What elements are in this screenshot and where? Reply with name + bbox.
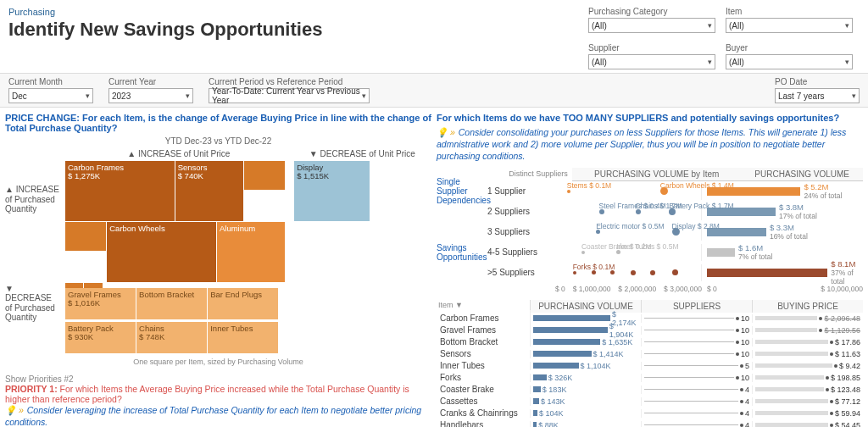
- filter-supplier[interactable]: (All): [588, 54, 715, 69]
- right-tip: Consider consolidating your purchases on…: [437, 127, 846, 161]
- tree-caption: One square per Item, sized by Purchasing…: [5, 358, 431, 366]
- bulb-icon: 💡 »: [437, 127, 455, 137]
- quad-inc-inc[interactable]: Carbon Frames$ 1,275K Sensors$ 740K Carb…: [64, 160, 293, 287]
- table-row[interactable]: $ 88K 4 $ 54.45: [530, 419, 863, 427]
- hdr-distinct-suppliers: Distinct Suppliers: [504, 168, 572, 181]
- quad-inc-dec[interactable]: Display$ 1,515K: [293, 160, 431, 287]
- filter-category-label: Purchasing Category: [588, 7, 715, 16]
- filter-period-label: Current Period vs Reference Period: [209, 77, 370, 86]
- r2-col-item[interactable]: Item ▼: [437, 300, 530, 312]
- col-dec-label: ▼ DECREASE of Unit Price: [293, 147, 431, 160]
- supplier-row[interactable]: 2 Suppliers Steel Frames $ 0.4MChains $ …: [437, 202, 863, 222]
- filter-period[interactable]: Year-To-Date: Current Year vs Previous Y…: [209, 88, 370, 103]
- r2-h-sup: SUPPLIERS: [641, 300, 752, 313]
- filter-buyer[interactable]: (All): [726, 54, 853, 69]
- r2-h-bp: BUYING PRICE: [752, 300, 863, 313]
- table-row[interactable]: $ 326K 10 $ 198.85: [530, 372, 863, 384]
- filter-year-label: Current Year: [108, 77, 193, 86]
- list-item[interactable]: Cassettes: [438, 396, 528, 408]
- list-item[interactable]: Bottom Bracket: [438, 336, 528, 348]
- table-row[interactable]: $ 104K 4 $ 59.94: [530, 408, 863, 419]
- table-row[interactable]: $ 1,635K 10 $ 17.86: [530, 336, 863, 348]
- hdr-pv-item: PURCHASING VOLUME by Item: [572, 168, 741, 181]
- filter-item-label: Item: [726, 7, 853, 16]
- quad-dec-dec[interactable]: [293, 287, 431, 355]
- filter-podate[interactable]: Last 7 years: [775, 88, 860, 103]
- col-inc-label: ▲ INCREASE of Unit Price: [64, 147, 293, 160]
- list-item[interactable]: Cranks & Chainrings: [438, 408, 528, 419]
- filter-podate-label: PO Date: [775, 77, 860, 86]
- supplier-row[interactable]: Single Supplier Dependencies 1 Supplier …: [437, 181, 863, 202]
- table-row[interactable]: $ 1,104K 5 $ 9.42: [530, 360, 863, 372]
- page-title: Identify New Savings Opportunities: [8, 19, 322, 41]
- supplier-row[interactable]: 3 Suppliers Electric motor $ 0.5MDisplay…: [437, 222, 863, 242]
- list-item[interactable]: Sensors: [438, 348, 528, 360]
- supplier-row[interactable]: >5 Suppliers Forks $ 0.1M $ 8.1M37% of t…: [437, 263, 863, 283]
- list-item[interactable]: Coaster Brake: [438, 384, 528, 396]
- bulb-icon: 💡 »: [5, 405, 24, 415]
- row-dec-label: ▼ DECREASE of Purchased Quantity: [5, 252, 64, 356]
- breadcrumb[interactable]: Purchasing: [8, 7, 322, 17]
- table-row[interactable]: $ 143K 4 $ 77.12: [530, 396, 863, 408]
- table-row[interactable]: $ 1,414K 10 $ 11.63: [530, 348, 863, 360]
- right-question: For which Items do we have TOO MANY SUPP…: [437, 113, 863, 123]
- hdr-pv: PURCHASING VOLUME: [741, 168, 863, 181]
- priority-tip: Consider leveraging the increase of Tota…: [5, 405, 421, 427]
- table-row[interactable]: $ 183K 4 $ 123.48: [530, 384, 863, 396]
- priority1-label: PRIORITY 1:: [5, 384, 58, 394]
- show-priorities-link[interactable]: Show Priorities #2: [5, 374, 431, 384]
- left-question: PRICE CHANGE: For each Item, is the chan…: [5, 113, 431, 133]
- list-item[interactable]: Handlebars: [438, 419, 528, 427]
- filter-buyer-label: Buyer: [726, 43, 853, 53]
- quad-dec-inc[interactable]: Gravel Frames$ 1,016K Bottom Bracket Bar…: [64, 287, 293, 355]
- row-inc-label: ▲ INCREASE of Purchased Quantity: [5, 147, 64, 252]
- table-row[interactable]: $ 1,904K 10 $ 1,129.56: [530, 324, 863, 336]
- priority1-text: For which Items the Average Buying Price…: [5, 384, 409, 404]
- filter-supplier-label: Supplier: [588, 43, 715, 53]
- list-item[interactable]: Inner Tubes: [438, 360, 528, 372]
- filter-month[interactable]: Dec: [8, 88, 93, 103]
- tree-subtitle: YTD Dec-23 vs YTD Dec-22: [5, 136, 431, 146]
- filter-category[interactable]: (All): [588, 18, 715, 33]
- filter-month-label: Current Month: [8, 77, 93, 86]
- filter-item[interactable]: (All): [726, 18, 853, 33]
- list-item[interactable]: Carbon Frames: [438, 313, 528, 324]
- list-item[interactable]: Forks: [438, 372, 528, 384]
- filter-year[interactable]: 2023: [108, 88, 193, 103]
- list-item[interactable]: Gravel Frames: [438, 324, 528, 336]
